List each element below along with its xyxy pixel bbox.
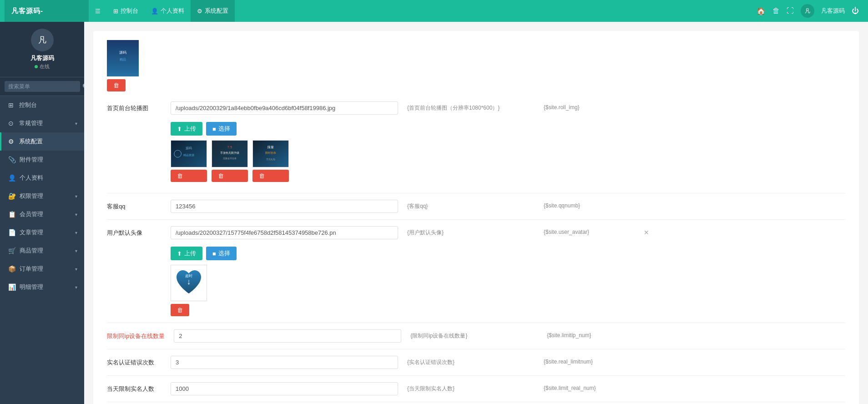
avatar-template: {$site.user_avatar}	[544, 226, 635, 235]
top-nav-profile[interactable]: 👤 个人资料	[145, 0, 191, 22]
sidebar-item-sysconfig-label: 系统配置	[19, 137, 77, 146]
sidebar-item-detail[interactable]: 📊 明细管理 ▾	[0, 278, 84, 296]
expand-icon[interactable]: ⛶	[787, 7, 794, 15]
sidebar-item-goods[interactable]: 🛒 商品管理 ▾	[0, 242, 84, 260]
top-nav-sysconfig[interactable]: ⚙ 系统配置	[191, 0, 235, 22]
book-cover-image: 源码 精品	[107, 40, 139, 76]
svg-text:7.5: 7.5	[227, 145, 233, 149]
delete-avatar-button[interactable]: 🗑	[171, 304, 189, 316]
sidebar-status: 在线	[35, 63, 50, 70]
svg-text:万元礼包: 万元礼包	[266, 158, 275, 161]
real-limit-row: 实名认证错误次数 {实名认证错误次数} {$site.real_limitnum…	[107, 349, 845, 376]
goods-arrow-icon: ▾	[75, 248, 77, 253]
delete-cover-button[interactable]: 🗑	[107, 79, 126, 91]
book-cover-preview-area: 源码 精品 🗑	[107, 40, 845, 91]
sidebar-nav: ⊞ 控制台 ⊙ 常规管理 ▾ ⚙ 系统配置 📎 附件管理 👤 个人资料 🔐	[0, 96, 84, 404]
carousel-row: 首页前台轮播图 ⬆ 上传 ■ 选择	[107, 95, 845, 193]
svg-text:限量: 限量	[267, 146, 274, 149]
limitip-template: {$site.limitip_num}	[547, 329, 638, 338]
main-layout: 凡 凡客源码 在线 🔍 ⊞ 控制台 ⊙ 常规管理 ▾ ⚙ 系统	[0, 22, 868, 404]
sidebar-item-regular[interactable]: ⊙ 常规管理 ▾	[0, 114, 84, 132]
sidebar-item-sysconfig[interactable]: ⚙ 系统配置	[0, 132, 84, 151]
day-api-row: 当天限制调实名接口数量 {当天限制调实名接口数量} {$site.limit_a…	[107, 402, 845, 404]
avatar-preview-image: ↓ 超时	[171, 265, 207, 301]
sidebar-item-article-label: 文章管理	[20, 228, 71, 237]
svg-text:精品: 精品	[120, 58, 126, 61]
svg-text:手游热无限升级: 手游热无限升级	[220, 152, 239, 154]
delete-carousel-1-button[interactable]: 🗑	[171, 170, 207, 182]
sidebar-item-member[interactable]: 📋 会员管理 ▾	[0, 205, 84, 223]
sidebar-item-article[interactable]: 📄 文章管理 ▾	[0, 223, 84, 242]
dashboard-icon: ⊞	[8, 101, 15, 109]
form-card: 源码 精品 🗑 首页前台轮播图 ⬆ 上传	[93, 31, 859, 404]
profile-nav-icon: 👤	[151, 8, 158, 15]
sidebar-item-dashboard[interactable]: ⊞ 控制台	[0, 96, 84, 114]
carousel-thumb-3: 限量 限时秒杀 万元礼包	[252, 140, 289, 167]
limitip-row: 限制同ip设备在线数量 {限制同ip设备在线数量} {$site.limitip…	[107, 323, 845, 349]
limitip-input[interactable]	[174, 329, 401, 343]
svg-text:源码: 源码	[119, 50, 126, 55]
top-nav-profile-label: 个人资料	[161, 7, 184, 15]
top-nav-items: ☰ ⊞ 控制台 👤 个人资料 ⚙ 系统配置	[89, 0, 757, 22]
svg-text:↓: ↓	[187, 277, 191, 286]
sidebar-item-attachment-label: 附件管理	[20, 156, 77, 164]
day-real-input[interactable]	[171, 382, 398, 395]
carousel-select-button[interactable]: ■ 选择	[206, 122, 237, 136]
top-nav-menu-toggle[interactable]: ☰	[89, 0, 107, 22]
day-real-label: 当天限制实名人数	[107, 382, 161, 393]
qq-input[interactable]	[171, 200, 398, 213]
sidebar-item-profile-label: 个人资料	[20, 174, 77, 182]
top-nav-right: 🏠 🗑 ⛶ 凡 凡客源码 ⏻	[757, 4, 863, 18]
permission-arrow-icon: ▾	[75, 194, 77, 199]
sidebar-item-order[interactable]: 📦 订单管理 ▾	[0, 260, 84, 278]
sidebar-item-permission[interactable]: 🔐 权限管理 ▾	[0, 187, 84, 205]
qq-hint: {客服qq}	[407, 200, 535, 210]
real-limit-input[interactable]	[171, 356, 398, 369]
sidebar-item-attachment[interactable]: 📎 附件管理	[0, 151, 84, 169]
brand-name: 凡客源码-	[11, 7, 43, 15]
carousel-input-area: ⬆ 上传 ■ 选择	[171, 101, 398, 187]
delete-carousel-2-button[interactable]: 🗑	[212, 170, 248, 182]
real-limit-input-area	[171, 356, 398, 369]
sidebar-item-regular-label: 常规管理	[19, 119, 71, 127]
svg-text:精品资源: 精品资源	[183, 154, 194, 157]
avatar-path-input[interactable]	[171, 226, 398, 239]
avatar-hint: {用户默认头像}	[407, 226, 535, 237]
goods-icon: 🛒	[8, 247, 16, 254]
sidebar-item-goods-label: 商品管理	[20, 247, 71, 255]
carousel-image-1: 源码 精品资源 🗑	[171, 140, 207, 182]
sysconfig-nav-icon: ⚙	[197, 8, 202, 15]
member-icon: 📋	[8, 211, 16, 218]
limitip-hint: {限制同ip设备在线数量}	[410, 329, 538, 340]
avatar-upload-button[interactable]: ⬆ 上传	[171, 247, 202, 260]
status-text: 在线	[40, 63, 50, 70]
sidebar-item-profile[interactable]: 👤 个人资料	[0, 169, 84, 187]
home-icon[interactable]: 🏠	[757, 7, 766, 15]
sysconfig-icon: ⚙	[8, 138, 15, 145]
top-nav-dashboard[interactable]: ⊞ 控制台	[107, 0, 145, 22]
brand-logo: 凡客源码-	[5, 0, 89, 22]
menu-icon: ☰	[95, 8, 101, 15]
top-nav-dashboard-label: 控制台	[121, 7, 138, 15]
sidebar-username: 凡客源码	[30, 54, 54, 62]
article-icon: 📄	[8, 229, 16, 236]
real-limit-template: {$site.real_limitnum}	[544, 356, 635, 365]
sidebar-item-member-label: 会员管理	[20, 210, 71, 218]
member-arrow-icon: ▾	[75, 212, 77, 217]
carousel-upload-button[interactable]: ⬆ 上传	[171, 122, 202, 136]
avatar-close-button[interactable]: ✕	[644, 226, 649, 236]
article-arrow-icon: ▾	[75, 230, 77, 235]
carousel-image-2: 7.5 手游热无限升级 无限金币任务 🗑	[212, 140, 248, 182]
carousel-path-input[interactable]	[171, 101, 398, 115]
search-input[interactable]	[5, 81, 80, 92]
trash-icon[interactable]: 🗑	[772, 7, 780, 15]
order-arrow-icon: ▾	[75, 267, 77, 272]
avatar-preview-area: ↓ 超时 🗑	[171, 265, 398, 316]
qq-input-area	[171, 200, 398, 213]
regular-icon: ⊙	[8, 120, 15, 127]
sidebar-item-dashboard-label: 控制台	[19, 101, 77, 109]
avatar-select-button[interactable]: ■ 选择	[206, 247, 237, 260]
carousel-images-list: 源码 精品资源 🗑	[171, 140, 398, 182]
delete-carousel-3-button[interactable]: 🗑	[252, 170, 289, 182]
signout-icon[interactable]: ⏻	[852, 7, 859, 15]
